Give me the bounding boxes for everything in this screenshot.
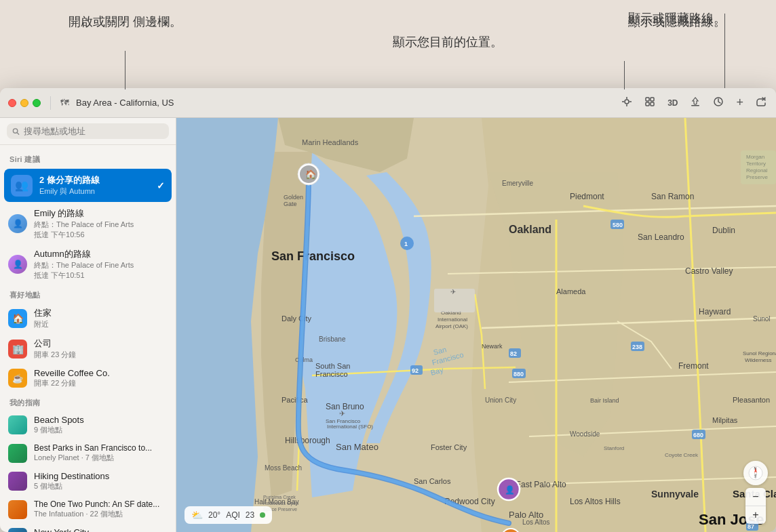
add-button[interactable]: + (735, 94, 745, 111)
guide-onetwo[interactable]: The One Two Punch: An SF date... The Inf… (0, 495, 176, 523)
svg-text:87: 87 (748, 523, 754, 530)
temperature: 20° (208, 510, 220, 520)
search-wrapper[interactable] (7, 123, 169, 139)
share-routes-button[interactable] (688, 95, 702, 111)
svg-text:Sunol Regional: Sunol Regional (743, 350, 776, 356)
favorites-section-label: 喜好地點 (0, 285, 176, 303)
svg-rect-8 (651, 102, 654, 106)
maximize-button[interactable] (33, 99, 41, 107)
svg-text:580: 580 (613, 222, 623, 228)
svg-rect-5 (646, 98, 649, 101)
show-hide-annotation-2: 顯示或隱藏路線。 (590, 14, 726, 30)
svg-text:San Francisco: San Francisco (271, 249, 355, 263)
svg-point-0 (625, 100, 629, 104)
sidebar: Siri 建議 👥 2 條分享的路線 Emily 與 Autumn ✓ 👤 (0, 118, 176, 532)
autumn-route-dest: 終點：The Palace of Fine Arts (34, 260, 168, 270)
guide-parks[interactable]: Best Parks in San Francisco to... Lonely… (0, 439, 176, 467)
svg-text:Bair Island: Bair Island (590, 397, 619, 404)
map-controls: S N − + (743, 461, 768, 524)
checkmark-icon: ✓ (157, 180, 165, 191)
favorite-office[interactable]: 🏢 公司 開車 23 分鐘 (0, 333, 176, 364)
guide-nyc-icon (8, 528, 27, 532)
svg-text:Fremont: Fremont (678, 361, 709, 371)
svg-text:Los Altos: Los Altos (522, 518, 550, 526)
svg-text:San Leandro: San Leandro (638, 232, 684, 242)
guide-beach-icon (8, 415, 27, 434)
zoom-out-button[interactable]: − (745, 488, 766, 506)
autumn-route-title: Autumn的路線 (34, 248, 168, 260)
search-input[interactable] (24, 126, 163, 136)
location-button[interactable] (620, 95, 634, 111)
svg-text:Colma: Colma (295, 356, 313, 363)
map-background: Oakland San Francisco Alameda Piedmont S… (176, 118, 776, 532)
siri-section-label: Siri 建議 (0, 149, 176, 167)
traffic-lights (8, 99, 41, 107)
office-detail: 開車 23 分鐘 (34, 350, 168, 360)
svg-text:San Mateo: San Mateo (336, 442, 379, 452)
svg-text:Gate: Gate (284, 201, 297, 207)
svg-rect-6 (651, 98, 654, 101)
sidebar-content: Siri 建議 👥 2 條分享的路線 Emily 與 Autumn ✓ 👤 (0, 145, 176, 532)
main-layout: Siri 建議 👥 2 條分享的路線 Emily 與 Autumn ✓ 👤 (0, 118, 776, 532)
aqi-label: AQI (226, 510, 240, 520)
guide-beach[interactable]: Beach Spots 9 個地點 (0, 411, 176, 439)
guide-onetwo-title: The One Two Punch: An SF date... (34, 499, 168, 509)
guide-nyc[interactable]: New York City 23 個地點 (0, 523, 176, 532)
map-area[interactable]: Oakland San Francisco Alameda Piedmont S… (176, 118, 776, 532)
share-button[interactable] (754, 95, 768, 111)
guide-hiking-title: Hiking Destinations (34, 471, 168, 481)
svg-text:Castro Valley: Castro Valley (685, 266, 733, 276)
titlebar: 🗺 Bay Area - California, US 3D + (0, 88, 776, 118)
guide-onetwo-detail: The Infatuation · 22 個地點 (34, 509, 168, 519)
svg-text:Brisbane: Brisbane (319, 335, 346, 343)
svg-text:Coyote Creek: Coyote Creek (665, 452, 699, 458)
emily-route-item[interactable]: 👤 Emily 的路線 終點：The Palace of Fine Arts 抵… (0, 203, 176, 244)
svg-text:Redwood City: Redwood City (444, 497, 495, 506)
emily-route-title: Emily 的路線 (34, 207, 168, 220)
autumn-route-arrival: 抵達 下午10:51 (34, 270, 168, 281)
svg-text:Foster City: Foster City (431, 443, 467, 451)
3d-button[interactable]: 3D (666, 97, 679, 109)
sidebar-line (125, 51, 125, 89)
current-location-annotation: 顯示您目前的位置。 (380, 34, 516, 51)
shared-routes-item[interactable]: 👥 2 條分享的路線 Emily 與 Autumn ✓ (4, 169, 172, 202)
svg-text:Newark: Newark (482, 343, 503, 350)
svg-text:880: 880 (513, 371, 524, 377)
compass-button[interactable]: S N (743, 461, 768, 485)
svg-text:South San: South San (315, 362, 350, 370)
zoom-in-button[interactable]: + (745, 506, 766, 524)
autumn-route-item[interactable]: 👤 Autumn的路線 終點：The Palace of Fine Arts 抵… (0, 244, 176, 285)
svg-text:East Palo Alto: East Palo Alto (516, 480, 566, 489)
guide-parks-detail: Lonely Planet · 7 個地點 (34, 453, 168, 463)
emily-route-text: Emily 的路線 終點：The Palace of Fine Arts 抵達 … (34, 207, 168, 240)
map-type-button[interactable] (643, 95, 657, 111)
clock-button[interactable] (712, 95, 725, 111)
svg-text:Piedmont: Piedmont (570, 192, 604, 201)
emily-route-dest: 終點：The Palace of Fine Arts (34, 220, 168, 230)
svg-text:Oakland: Oakland (509, 224, 551, 235)
coffee-title: Reveille Coffee Co. (34, 368, 168, 378)
svg-text:Pleasanton: Pleasanton (733, 396, 770, 404)
close-button[interactable] (8, 99, 16, 107)
svg-text:Los Altos Hills: Los Altos Hills (570, 497, 621, 506)
titlebar-actions: 3D + (620, 94, 768, 111)
guide-nyc-text: New York City 23 個地點 (34, 527, 168, 532)
guide-hiking-detail: 5 個地點 (34, 481, 168, 491)
maps-window: 🗺 Bay Area - California, US 3D + (0, 88, 776, 532)
emily-route-arrival: 抵達 下午10:56 (34, 230, 168, 240)
favorite-home[interactable]: 🏠 住家 附近 (0, 303, 176, 333)
titlebar-divider (50, 96, 51, 110)
weather-icon: ⛅ (191, 510, 203, 520)
svg-text:Pacifica: Pacifica (282, 396, 308, 404)
office-title: 公司 (34, 337, 168, 350)
svg-text:Redwoods Open: Redwoods Open (263, 501, 298, 506)
svg-text:238: 238 (632, 344, 642, 350)
aqi-value: 23 (246, 510, 254, 520)
favorite-coffee[interactable]: ☕ Reveille Coffee Co. 開車 22 分鐘 (0, 364, 176, 392)
svg-rect-98 (741, 150, 776, 184)
guide-parks-title: Best Parks in San Francisco to... (34, 443, 168, 453)
svg-text:International: International (438, 316, 467, 323)
svg-text:Sunnyvale: Sunnyvale (651, 489, 699, 499)
guide-hiking[interactable]: Hiking Destinations 5 個地點 (0, 467, 176, 495)
minimize-button[interactable] (20, 99, 28, 107)
